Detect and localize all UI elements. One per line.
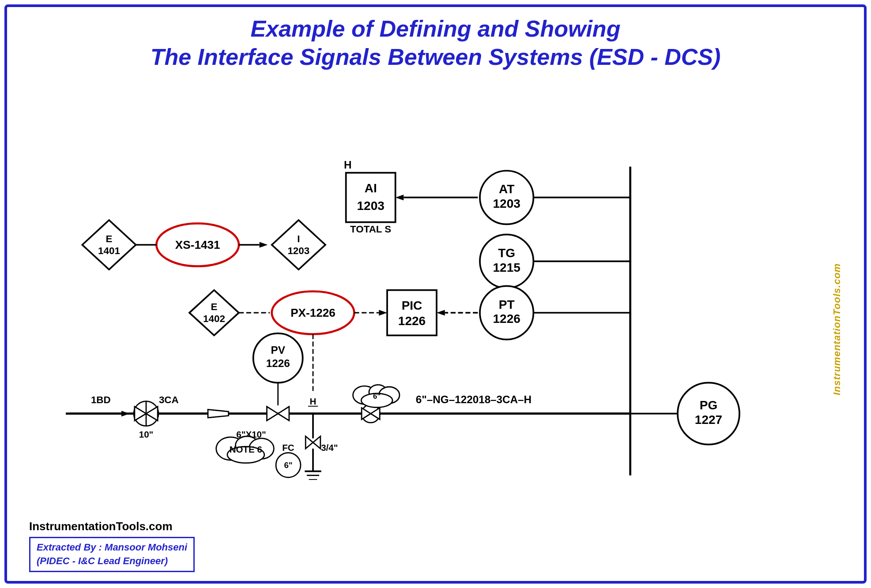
- footer-site: InstrumentationTools.com: [29, 520, 195, 533]
- svg-text:PX-1226: PX-1226: [290, 306, 336, 319]
- footer-area: InstrumentationTools.com Extracted By : …: [29, 520, 195, 572]
- svg-marker-97: [208, 409, 229, 418]
- title-line1: Example of Defining and Showing: [7, 15, 864, 42]
- svg-text:6": 6": [373, 392, 381, 401]
- svg-text:FC: FC: [282, 442, 294, 453]
- svg-text:1215: 1215: [493, 261, 520, 274]
- footer-credit-box: Extracted By : Mansoor Mohseni (PIDEC - …: [29, 537, 195, 572]
- svg-marker-22: [260, 242, 268, 247]
- svg-text:PG: PG: [700, 398, 717, 412]
- svg-marker-39: [437, 310, 445, 315]
- svg-marker-64: [278, 407, 289, 421]
- svg-marker-34: [379, 310, 387, 315]
- svg-text:3/4": 3/4": [321, 442, 338, 453]
- svg-text:3CA: 3CA: [159, 394, 179, 405]
- title-area: Example of Defining and Showing The Inte…: [7, 7, 864, 72]
- svg-marker-91: [305, 436, 313, 449]
- svg-text:1BD: 1BD: [91, 394, 111, 405]
- diagram-svg: H AI 1203 TOTAL S AT 1203 TG 1215 E 1401…: [20, 84, 828, 517]
- svg-text:1203: 1203: [287, 245, 309, 256]
- footer-credit-line2: (PIDEC - I&C Lead Engineer): [37, 554, 187, 568]
- svg-text:1203: 1203: [357, 199, 385, 213]
- svg-text:1227: 1227: [695, 413, 722, 427]
- svg-text:1226: 1226: [266, 357, 290, 369]
- svg-marker-7: [396, 195, 404, 200]
- svg-text:TG: TG: [498, 246, 515, 260]
- svg-marker-92: [313, 436, 320, 449]
- svg-text:1402: 1402: [203, 313, 225, 324]
- svg-text:10": 10": [139, 429, 154, 439]
- title-line2: The Interface Signals Between Systems (E…: [7, 42, 864, 72]
- svg-marker-63: [267, 407, 278, 421]
- svg-text:AI: AI: [365, 181, 377, 195]
- footer-credit-line1: Extracted By : Mansoor Mohseni: [37, 541, 187, 554]
- svg-text:1226: 1226: [398, 314, 426, 328]
- svg-text:PT: PT: [499, 298, 515, 311]
- svg-text:AT: AT: [499, 182, 514, 196]
- svg-marker-51: [121, 411, 130, 416]
- svg-text:H: H: [310, 396, 317, 406]
- svg-text:6": 6": [284, 461, 292, 470]
- svg-text:PIC: PIC: [402, 299, 422, 312]
- svg-text:I: I: [297, 233, 300, 244]
- svg-text:6"–NG–122018–3CA–H: 6"–NG–122018–3CA–H: [416, 393, 532, 405]
- outer-border: Example of Defining and Showing The Inte…: [4, 4, 867, 584]
- svg-rect-2: [346, 173, 396, 222]
- svg-text:XS-1431: XS-1431: [175, 238, 220, 251]
- svg-text:1226: 1226: [493, 312, 520, 326]
- svg-text:NOTE 6: NOTE 6: [230, 444, 262, 454]
- svg-text:1203: 1203: [493, 197, 520, 210]
- svg-text:TOTAL  S: TOTAL S: [350, 224, 391, 235]
- svg-text:E: E: [106, 233, 113, 244]
- svg-text:1401: 1401: [98, 245, 120, 256]
- svg-rect-35: [387, 290, 437, 336]
- svg-text:E: E: [211, 301, 218, 312]
- svg-text:PV: PV: [271, 344, 285, 356]
- svg-text:H: H: [344, 159, 352, 171]
- watermark: InstrumentationTools.com: [831, 95, 843, 563]
